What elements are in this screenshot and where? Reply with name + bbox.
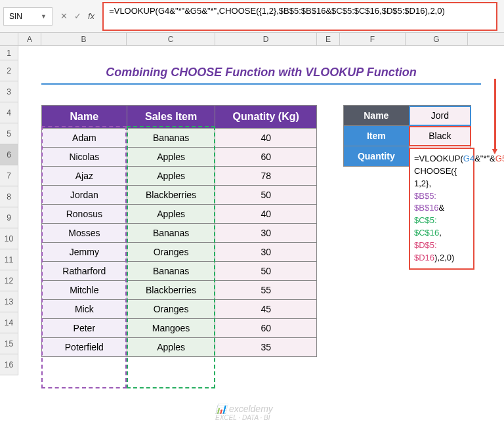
cells-area[interactable]: Combining CHOOSE Function with VLOOKUP F… bbox=[18, 46, 504, 375]
row-header[interactable]: 15 bbox=[0, 333, 18, 354]
cell-g4[interactable]: Jord bbox=[409, 106, 471, 126]
cell[interactable]: Bananas bbox=[127, 129, 215, 148]
cell[interactable]: Apples bbox=[127, 338, 215, 357]
name-box[interactable]: SIN ▼ bbox=[3, 7, 52, 26]
row-header[interactable]: 7 bbox=[0, 165, 18, 186]
cell[interactable]: Oranges bbox=[127, 243, 215, 262]
cancel-icon[interactable]: ✕ bbox=[60, 11, 68, 21]
table-row: PeterMangoes60 bbox=[42, 319, 317, 338]
cell[interactable]: Apples bbox=[127, 167, 215, 186]
cell[interactable]: Adam bbox=[42, 129, 127, 148]
table-row: MickOranges45 bbox=[42, 300, 317, 319]
side-qty-label[interactable]: Quantity bbox=[344, 146, 410, 167]
cell[interactable]: 30 bbox=[215, 243, 317, 262]
data-table: Name Sales Item Qunatity (Kg) AdamBanana… bbox=[41, 105, 317, 357]
cell[interactable]: Ronosus bbox=[42, 205, 127, 224]
cell[interactable]: 60 bbox=[215, 319, 317, 338]
table-row: Name Jord bbox=[344, 106, 471, 126]
cell-g6-editing[interactable]: =VLOOKUP(G4&"*"&G5&"*", CHOOSE({ 1,2}, $… bbox=[409, 148, 474, 270]
row-header[interactable]: 14 bbox=[0, 312, 18, 333]
cell[interactable]: Apples bbox=[127, 148, 215, 167]
cell[interactable]: Mangoes bbox=[127, 319, 215, 338]
row-header[interactable]: 4 bbox=[0, 102, 18, 123]
cell[interactable]: Bananas bbox=[127, 224, 215, 243]
row-header[interactable]: 3 bbox=[0, 81, 18, 102]
col-header[interactable]: G bbox=[406, 33, 468, 45]
table-row: Item Black bbox=[344, 126, 471, 146]
table-row: MitchleBlackberries55 bbox=[42, 281, 317, 300]
cell[interactable]: Oranges bbox=[127, 300, 215, 319]
cell[interactable]: 78 bbox=[215, 167, 317, 186]
table-row: JordanBlackberries50 bbox=[42, 186, 317, 205]
cell[interactable]: Blackberries bbox=[127, 281, 215, 300]
formula-bar: SIN ▼ ✕ ✓ fx =VLOOKUP(G4&"*"&G5&"*",CHOO… bbox=[0, 0, 504, 33]
cell[interactable]: Ratharford bbox=[42, 262, 127, 281]
row-header[interactable]: 6 bbox=[0, 144, 18, 165]
page-title: Combining CHOOSE Function with VLOOKUP F… bbox=[41, 66, 481, 85]
header-item[interactable]: Sales Item bbox=[127, 106, 215, 129]
row-headers: 1 2 3 4 5 6 7 8 9 10 11 12 13 14 15 16 bbox=[0, 46, 18, 375]
header-qty[interactable]: Qunatity (Kg) bbox=[215, 106, 317, 129]
cell-g5[interactable]: Black bbox=[409, 126, 471, 146]
cell[interactable]: Bananas bbox=[127, 262, 215, 281]
column-headers: A B C D E F G bbox=[0, 33, 504, 46]
row-header[interactable]: 13 bbox=[0, 291, 18, 312]
cell[interactable]: 50 bbox=[215, 262, 317, 281]
cell[interactable]: Nicolas bbox=[42, 148, 127, 167]
cell[interactable]: 50 bbox=[215, 186, 317, 205]
select-all-corner[interactable] bbox=[0, 33, 18, 45]
table-row: RatharfordBananas50 bbox=[42, 262, 317, 281]
row-header[interactable]: 2 bbox=[0, 60, 18, 81]
cell[interactable]: 60 bbox=[215, 148, 317, 167]
cell[interactable]: Apples bbox=[127, 205, 215, 224]
cell[interactable]: 30 bbox=[215, 224, 317, 243]
side-name-label[interactable]: Name bbox=[344, 106, 410, 126]
col-header[interactable]: F bbox=[340, 33, 406, 45]
cell[interactable]: Peter bbox=[42, 319, 127, 338]
cell[interactable]: Mitchle bbox=[42, 281, 127, 300]
fx-icon[interactable]: fx bbox=[88, 11, 94, 21]
table-row: AdamBananas40 bbox=[42, 129, 317, 148]
row-header[interactable]: 12 bbox=[0, 270, 18, 291]
check-icon[interactable]: ✓ bbox=[74, 11, 81, 21]
cell[interactable]: Poterfield bbox=[42, 338, 127, 357]
table-row: AjazApples78 bbox=[42, 167, 317, 186]
watermark: 📊 exceldemy EXCEL · DATA · BI bbox=[215, 404, 273, 421]
col-header[interactable]: E bbox=[317, 33, 340, 45]
table-header-row: Name Sales Item Qunatity (Kg) bbox=[42, 106, 317, 129]
cell[interactable]: Mick bbox=[42, 300, 127, 319]
cell[interactable]: 40 bbox=[215, 129, 317, 148]
table-row: JemmyOranges30 bbox=[42, 243, 317, 262]
table-row: PoterfieldApples35 bbox=[42, 338, 317, 357]
row-header[interactable]: 8 bbox=[0, 186, 18, 207]
row-header[interactable]: 1 bbox=[0, 46, 18, 60]
table-row: RonosusApples40 bbox=[42, 205, 317, 224]
row-header[interactable]: 5 bbox=[0, 123, 18, 144]
table-row: MossesBananas30 bbox=[42, 224, 317, 243]
cell[interactable]: 35 bbox=[215, 338, 317, 357]
name-box-value: SIN bbox=[9, 12, 22, 21]
side-item-label[interactable]: Item bbox=[344, 126, 410, 146]
formula-input[interactable]: =VLOOKUP(G4&"*"&G5&"*",CHOOSE({1,2},$B$5… bbox=[102, 2, 497, 31]
row-header[interactable]: 16 bbox=[0, 354, 18, 375]
cell[interactable]: Jemmy bbox=[42, 243, 127, 262]
row-header[interactable]: 9 bbox=[0, 207, 18, 228]
cell[interactable]: 40 bbox=[215, 205, 317, 224]
col-header[interactable]: C bbox=[127, 33, 215, 45]
table-row: NicolasApples60 bbox=[42, 148, 317, 167]
row-header[interactable]: 10 bbox=[0, 228, 18, 249]
cell[interactable]: 45 bbox=[215, 300, 317, 319]
col-header[interactable]: B bbox=[41, 33, 127, 45]
cell[interactable]: Blackberries bbox=[127, 186, 215, 205]
cell[interactable]: Jordan bbox=[42, 186, 127, 205]
col-header[interactable]: D bbox=[215, 33, 317, 45]
chevron-down-icon[interactable]: ▼ bbox=[41, 13, 47, 20]
cell[interactable]: Ajaz bbox=[42, 167, 127, 186]
cell[interactable]: Mosses bbox=[42, 224, 127, 243]
header-name[interactable]: Name bbox=[42, 106, 127, 129]
row-header[interactable]: 11 bbox=[0, 249, 18, 270]
formula-controls: ✕ ✓ fx bbox=[52, 11, 102, 21]
col-header[interactable]: A bbox=[18, 33, 41, 45]
cell[interactable]: 55 bbox=[215, 281, 317, 300]
spreadsheet-grid: A B C D E F G 1 2 3 4 5 6 7 8 9 10 11 12… bbox=[0, 33, 504, 375]
